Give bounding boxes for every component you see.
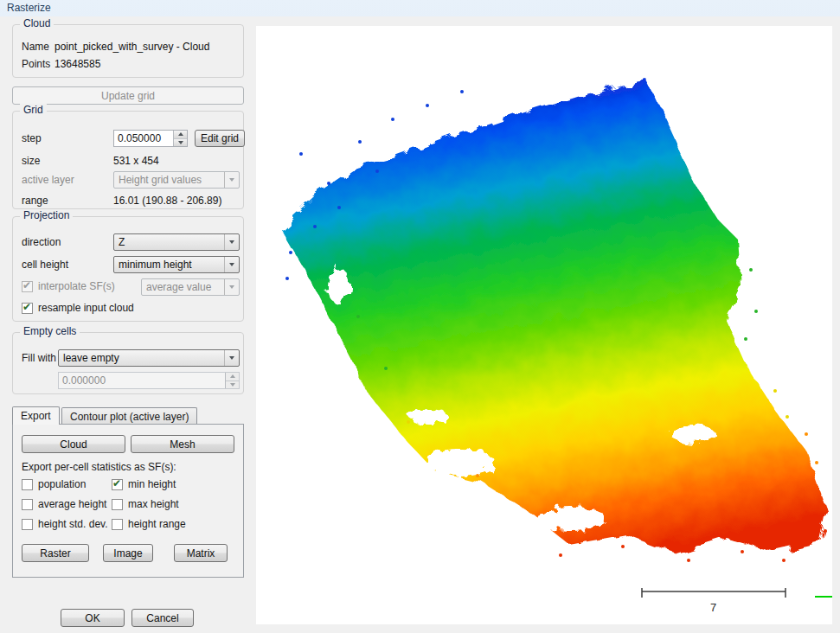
empty-value-down-icon[interactable] (226, 380, 239, 389)
projection-group: Projection direction Z cell height minim… (12, 216, 244, 322)
update-grid-button[interactable]: Update grid (12, 86, 244, 105)
rasterize-dialog: Rasterize Cloud Name point_picked_with_s… (0, 0, 840, 633)
max-height-checkbox[interactable] (112, 499, 123, 510)
resample-checkbox[interactable] (22, 303, 33, 314)
cloud-name-value: point_picked_with_survey - Cloud (55, 41, 209, 53)
projection-group-label: Projection (20, 209, 73, 221)
direction-combo[interactable]: Z (113, 233, 240, 251)
interpolate-value-combo[interactable]: average value (141, 278, 240, 296)
axis-indicator (815, 572, 832, 597)
ok-button[interactable]: OK (61, 609, 125, 627)
fill-with-value: leave empty (59, 352, 224, 364)
edit-grid-button[interactable]: Edit grid (195, 130, 245, 147)
average-height-row: average height (22, 498, 106, 510)
interpolate-value: average value (142, 281, 224, 293)
step-value: 0.050000 (114, 131, 173, 146)
scale-bar (642, 588, 785, 598)
population-row: population (22, 478, 86, 490)
grid-group: Grid step 0.050000 Edit grid size 531 x … (12, 111, 244, 209)
scale-bar-label: 7 (710, 601, 716, 614)
fill-with-combo[interactable]: leave empty (58, 349, 240, 367)
stats-label: Export per-cell statistics as SF(s): (22, 461, 176, 473)
height-range-label: height range (128, 518, 186, 530)
step-down-icon[interactable] (174, 138, 187, 147)
cancel-button[interactable]: Cancel (131, 609, 194, 627)
direction-value: Z (114, 236, 224, 248)
empty-cells-group-label: Empty cells (20, 325, 80, 337)
cloud-group: Cloud Name point_picked_with_survey - Cl… (12, 24, 244, 78)
tab-contour-plot-label: Contour plot (active layer) (70, 411, 189, 423)
size-label: size (22, 155, 40, 167)
matrix-button[interactable]: Matrix (174, 544, 228, 562)
chevron-down-icon (224, 234, 239, 250)
min-height-checkbox[interactable] (112, 479, 123, 490)
raster-button[interactable]: Raster (22, 544, 89, 562)
height-std-dev-row: height std. dev. (22, 518, 108, 530)
empty-cells-value-spinbox[interactable]: 0.000000 (58, 372, 240, 389)
empty-cells-group: Empty cells Fill with leave empty 0.0000… (12, 332, 244, 394)
size-value: 531 x 454 (113, 155, 159, 167)
step-label: step (22, 132, 42, 144)
point-cloud-canvas[interactable]: 7 (256, 26, 832, 624)
step-spinbox[interactable]: 0.050000 (113, 130, 188, 147)
export-mesh-button[interactable]: Mesh (131, 435, 234, 453)
active-layer-label: active layer (22, 174, 74, 186)
3d-viewport[interactable]: 7 (256, 26, 832, 624)
resample-row: resample input cloud (22, 302, 134, 314)
cloud-group-label: Cloud (20, 17, 54, 29)
height-colored-point-cloud (280, 80, 827, 562)
cell-height-value: minimum height (114, 259, 224, 271)
interpolate-sf-checkbox[interactable] (22, 281, 33, 292)
title-bar[interactable]: Rasterize (0, 0, 840, 16)
direction-label: direction (22, 236, 61, 248)
resample-label: resample input cloud (38, 302, 134, 314)
empty-cells-value: 0.000000 (59, 373, 225, 388)
average-height-checkbox[interactable] (22, 499, 33, 510)
range-label: range (22, 195, 48, 207)
grid-group-label: Grid (20, 104, 47, 116)
height-range-checkbox[interactable] (112, 519, 123, 530)
cloud-name-label: Name (22, 41, 49, 53)
export-tab-panel: Cloud Mesh Export per-cell statistics as… (12, 424, 244, 578)
interpolate-sf-label: interpolate SF(s) (38, 280, 115, 292)
chevron-down-icon (224, 257, 239, 272)
chevron-down-icon (224, 350, 239, 366)
export-cloud-button[interactable]: Cloud (22, 435, 125, 453)
step-up-icon[interactable] (174, 131, 187, 138)
chevron-down-icon (224, 279, 239, 295)
cell-height-combo[interactable]: minimum height (113, 256, 240, 273)
range-value: 16.01 (190.88 - 206.89) (113, 195, 221, 207)
height-std-dev-checkbox[interactable] (22, 519, 33, 530)
population-checkbox[interactable] (22, 479, 33, 490)
average-height-label: average height (38, 498, 106, 510)
active-layer-combo[interactable]: Height grid values (113, 171, 240, 189)
active-layer-value: Height grid values (114, 174, 224, 186)
height-std-dev-label: height std. dev. (38, 518, 108, 530)
height-range-row: height range (112, 518, 186, 530)
population-label: population (38, 478, 86, 490)
cell-height-label: cell height (22, 259, 68, 271)
window-title: Rasterize (7, 2, 51, 14)
image-button[interactable]: Image (103, 544, 153, 562)
min-height-label: min height (128, 478, 176, 490)
empty-value-up-icon[interactable] (226, 373, 239, 380)
cloud-points-label: Points (22, 58, 50, 70)
chevron-down-icon (224, 172, 239, 188)
min-height-row: min height (112, 478, 176, 490)
fill-with-label: Fill with (22, 352, 56, 364)
tab-export[interactable]: Export (12, 406, 60, 425)
tab-export-label: Export (21, 410, 51, 422)
tab-contour-plot[interactable]: Contour plot (active layer) (61, 407, 197, 425)
cloud-points-value: 13648585 (55, 58, 100, 70)
interpolate-sf-row: interpolate SF(s) (22, 280, 115, 292)
max-height-label: max height (128, 498, 179, 510)
max-height-row: max height (112, 498, 179, 510)
